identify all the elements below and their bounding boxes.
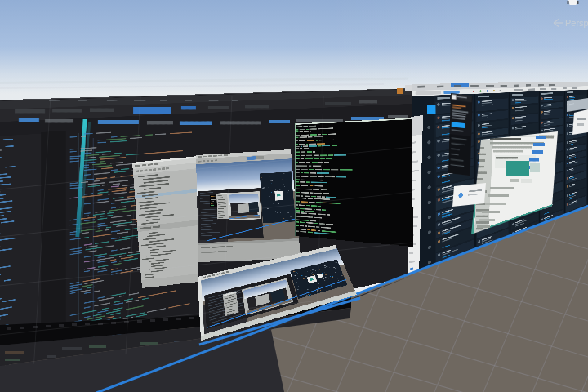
svg-text:Persp: Persp xyxy=(565,18,588,28)
